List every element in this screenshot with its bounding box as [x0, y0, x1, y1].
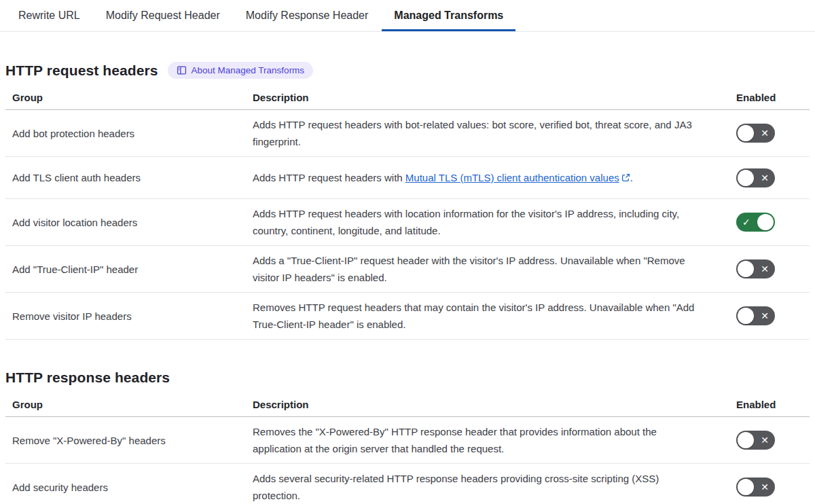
request-headers-table: Group Description Enabled Add bot protec…	[5, 87, 810, 340]
row-group-label: Add TLS client auth headers	[5, 172, 253, 183]
table-row: Remove "X-Powered-By" headers Removes th…	[5, 417, 810, 464]
enabled-toggle[interactable]: ✓ ✕	[736, 168, 775, 187]
column-header-group: Group	[5, 399, 253, 410]
row-group-label: Remove visitor IP headers	[5, 310, 253, 322]
toggle-knob	[738, 432, 754, 448]
x-icon: ✕	[761, 264, 769, 274]
column-header-description: Description	[253, 92, 731, 103]
row-group-label: Add security headers	[5, 482, 253, 493]
table-row: Add security headers Adds several securi…	[5, 464, 810, 504]
request-headers-title: HTTP request headers	[5, 62, 158, 79]
toggle-knob	[738, 479, 754, 495]
column-header-description: Description	[253, 399, 731, 410]
table-header-row: Group Description Enabled	[5, 394, 810, 417]
response-headers-title: HTTP response headers	[5, 370, 170, 386]
table-row: Add TLS client auth headers Adds HTTP re…	[5, 157, 810, 199]
row-description: Adds several security-related HTTP respo…	[253, 470, 731, 504]
check-icon: ✓	[742, 217, 750, 227]
enabled-toggle[interactable]: ✓ ✕	[736, 431, 775, 450]
row-group-label: Add bot protection headers	[5, 128, 253, 139]
row-description: Adds HTTP request headers with bot-relat…	[253, 116, 731, 150]
response-headers-section: HTTP response headers Group Description …	[5, 370, 810, 504]
row-description: Adds a "True-Client-IP" request header w…	[253, 252, 731, 286]
description-text: .	[630, 172, 633, 183]
enabled-toggle[interactable]: ✓ ✕	[736, 124, 775, 143]
enabled-toggle[interactable]: ✓ ✕	[736, 306, 775, 325]
x-icon: ✕	[761, 311, 769, 321]
enabled-toggle[interactable]: ✓ ✕	[736, 259, 775, 278]
x-icon: ✕	[761, 482, 769, 492]
row-group-label: Add visitor location headers	[5, 217, 253, 228]
toggle-knob	[738, 308, 754, 324]
row-group-label: Add "True-Client-IP" header	[5, 264, 253, 275]
transform-rules-tabbar: Rewrite URL Modify Request Header Modify…	[0, 0, 815, 32]
book-icon	[177, 65, 187, 75]
row-description: Adds HTTP request headers with location …	[253, 205, 731, 239]
column-header-enabled: Enabled	[731, 92, 810, 103]
table-row: Remove visitor IP headers Removes HTTP r…	[5, 293, 810, 340]
external-link-icon	[621, 170, 630, 187]
tab-modify-request-header[interactable]: Modify Request Header	[94, 0, 232, 31]
column-header-group: Group	[5, 92, 253, 103]
toggle-knob	[738, 125, 754, 141]
enabled-toggle[interactable]: ✓ ✕	[736, 478, 775, 497]
row-group-label: Remove "X-Powered-By" headers	[5, 435, 253, 446]
table-row: Add "True-Client-IP" header Adds a "True…	[5, 246, 810, 293]
row-description: Removes the "X-Powered-By" HTTP response…	[253, 423, 731, 457]
row-description: Removes HTTP request headers that may co…	[253, 299, 731, 333]
tab-rewrite-url[interactable]: Rewrite URL	[6, 0, 92, 31]
table-row: Add bot protection headers Adds HTTP req…	[5, 110, 810, 157]
description-text: Adds HTTP request headers with	[253, 172, 405, 183]
x-icon: ✕	[761, 435, 769, 445]
row-description: Adds HTTP request headers with Mutual TL…	[253, 169, 731, 187]
table-header-row: Group Description Enabled	[5, 87, 810, 110]
about-managed-transforms-badge[interactable]: About Managed Transforms	[168, 62, 314, 79]
column-header-enabled: Enabled	[731, 399, 810, 410]
tab-modify-response-header[interactable]: Modify Response Header	[234, 0, 381, 31]
mtls-docs-link[interactable]: Mutual TLS (mTLS) client authentication …	[405, 172, 619, 183]
x-icon: ✕	[761, 128, 769, 138]
table-row: Add visitor location headers Adds HTTP r…	[5, 199, 810, 246]
about-badge-label: About Managed Transforms	[192, 66, 305, 75]
toggle-knob	[738, 170, 754, 186]
tab-managed-transforms[interactable]: Managed Transforms	[382, 0, 515, 31]
toggle-knob	[738, 261, 754, 277]
request-headers-section: HTTP request headers About Managed Trans…	[5, 62, 810, 340]
toggle-knob	[757, 214, 774, 230]
enabled-toggle[interactable]: ✓ ✕	[736, 213, 775, 232]
response-headers-table: Group Description Enabled Remove "X-Powe…	[5, 394, 810, 504]
x-icon: ✕	[761, 173, 769, 183]
